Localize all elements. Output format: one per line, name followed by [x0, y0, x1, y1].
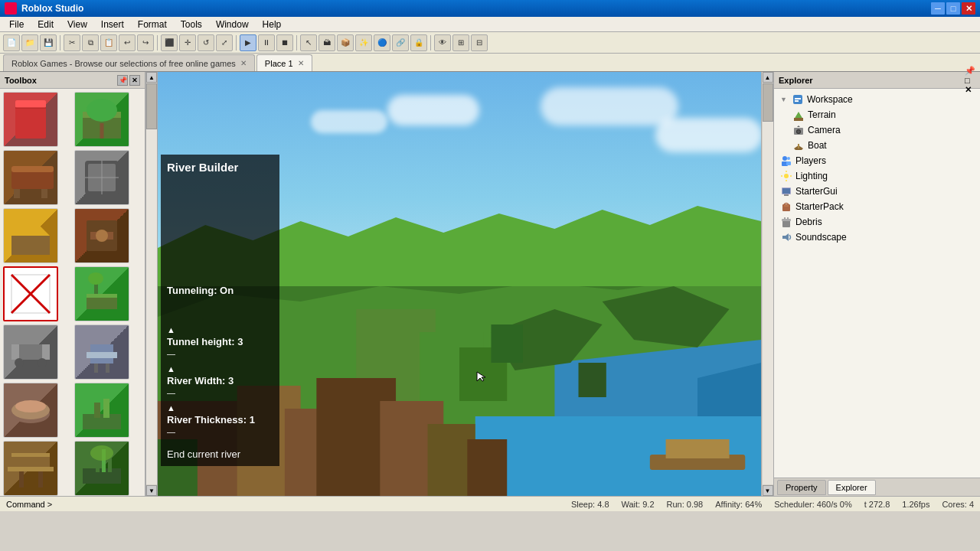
toolbar-rotate[interactable]: ↺ — [198, 34, 214, 51]
menu-format[interactable]: Format — [132, 18, 173, 31]
menu-tools[interactable]: Tools — [175, 18, 208, 31]
toolbar-join[interactable]: 🔗 — [392, 34, 409, 51]
svg-rect-24 — [87, 294, 117, 298]
toolbox-item-1[interactable] — [3, 92, 58, 147]
toolbar-pause[interactable]: ⏸ — [258, 34, 275, 51]
toolbar-redo[interactable]: ↪ — [137, 34, 154, 51]
toolbox: Toolbox 📌 ✕ — [0, 72, 145, 496]
toolbar-move[interactable]: ✛ — [179, 34, 196, 51]
viewport-scroll-up[interactable]: ▲ — [763, 72, 773, 83]
toolbox-item-4[interactable] — [74, 150, 129, 205]
scrollbar-up[interactable]: ▲ — [146, 72, 157, 83]
soundscape-label: Soundscape — [795, 232, 847, 243]
svg-rect-86 — [579, 363, 606, 397]
toolbar-cursor[interactable]: ↖ — [300, 34, 317, 51]
explorer-item-players[interactable]: Players — [777, 153, 977, 168]
tab-bar: Roblox Games - Browse our selections of … — [0, 54, 980, 72]
scrollbar-thumb[interactable] — [146, 83, 157, 129]
menu-insert[interactable]: Insert — [95, 18, 130, 31]
toolbar-paste[interactable]: 📋 — [100, 34, 117, 51]
viewport-scroll-track — [763, 83, 773, 484]
river-thickness-row[interactable]: ▲ River Thickness: 1 — — [167, 403, 273, 436]
command-prompt[interactable]: Command > — [6, 500, 52, 509]
toolbar-open[interactable]: 📁 — [21, 34, 38, 51]
viewport-scroll-thumb[interactable] — [763, 83, 773, 122]
explorer-item-lighting[interactable]: Lighting — [777, 168, 977, 184]
workspace-label: Workspace — [807, 94, 853, 105]
toolbox-item-14[interactable] — [74, 441, 129, 496]
toolbar-play[interactable]: ▶ — [240, 34, 256, 51]
maximize-button[interactable]: □ — [946, 2, 960, 15]
toolbox-item-2[interactable] — [74, 92, 129, 147]
toolbar-scale[interactable]: ⤢ — [216, 34, 233, 51]
toolbox-item-11[interactable] — [3, 383, 58, 438]
menu-view[interactable]: View — [61, 18, 93, 31]
explorer-item-terrain[interactable]: Terrain — [777, 107, 977, 122]
minimize-button[interactable]: ─ — [931, 2, 945, 15]
toolbox-item-7[interactable] — [3, 266, 58, 321]
river-width-row[interactable]: ▲ River Width: 3 — — [167, 364, 273, 397]
tab-place1[interactable]: Place 1 ✕ — [256, 54, 312, 71]
tab-explorer[interactable]: Explorer — [828, 480, 876, 495]
toolbox-item-5[interactable] — [3, 208, 58, 263]
end-river-button[interactable]: End current river — [167, 448, 273, 460]
menu-file[interactable]: File — [3, 18, 30, 31]
toolbox-item-12[interactable] — [74, 383, 129, 438]
toolbox-item-3[interactable] — [3, 150, 58, 205]
scrollbar-down[interactable]: ▼ — [146, 485, 157, 496]
app-icon — [5, 2, 17, 15]
toolbox-item-9[interactable] — [3, 324, 58, 380]
explorer-item-camera[interactable]: Camera — [777, 122, 977, 138]
toolbox-title: Toolbox — [5, 76, 37, 85]
explorer-item-starterpack[interactable]: StarterPack — [777, 199, 977, 214]
boat-icon — [792, 139, 805, 152]
toolbar-save[interactable]: 💾 — [40, 34, 57, 51]
close-button[interactable]: ✕ — [962, 2, 975, 15]
toolbar-effect[interactable]: ✨ — [355, 34, 372, 51]
tab-games[interactable]: Roblox Games - Browse our selections of … — [3, 54, 255, 71]
toolbar-view3d[interactable]: 👁 — [434, 34, 451, 51]
explorer-maximize[interactable]: □ — [965, 76, 975, 85]
toolbar-lock[interactable]: 🔒 — [410, 34, 427, 51]
toolbar-select[interactable]: ⬛ — [161, 34, 178, 51]
toolbar-copy[interactable]: ⧉ — [82, 34, 99, 51]
toolbar-undo[interactable]: ↩ — [119, 34, 136, 51]
explorer-item-workspace[interactable]: ▼ Workspace — [777, 92, 977, 107]
viewport-scroll-down[interactable]: ▼ — [763, 485, 773, 496]
tab-games-close[interactable]: ✕ — [240, 59, 247, 67]
toolbar-grid[interactable]: ⊟ — [471, 34, 488, 51]
toolbox-item-8[interactable] — [74, 266, 129, 321]
camera-icon — [792, 124, 805, 136]
toolbar-snap[interactable]: ⊞ — [452, 34, 469, 51]
toolbox-item-6[interactable] — [74, 208, 129, 263]
status-cores: Cores: 4 — [942, 500, 974, 509]
toolbox-item-10[interactable] — [74, 324, 129, 380]
toolbar-cut[interactable]: ✂ — [64, 34, 80, 51]
explorer-item-debris[interactable]: Debris — [777, 214, 977, 230]
toolbar-model[interactable]: 📦 — [337, 34, 354, 51]
viewport[interactable]: River Builder Tunneling: On ▲ Tunnel hei… — [158, 72, 761, 496]
toolbar-stop[interactable]: ⏹ — [276, 34, 293, 51]
explorer-pin[interactable]: 📌 — [965, 66, 975, 76]
menu-edit[interactable]: Edit — [31, 18, 60, 31]
toolbar-new[interactable]: 📄 — [3, 34, 20, 51]
toolbox-item-13[interactable] — [3, 441, 58, 496]
viewport-scrollbar[interactable]: ▲ ▼ — [761, 72, 773, 496]
tab-property[interactable]: Property — [777, 480, 826, 495]
toolbox-scrollbar[interactable]: ▲ ▼ — [145, 72, 158, 496]
tab-place1-close[interactable]: ✕ — [298, 59, 304, 67]
river-builder-panel: River Builder Tunneling: On ▲ Tunnel hei… — [161, 155, 279, 466]
explorer-item-boat[interactable]: Boat — [777, 138, 977, 153]
explorer-item-startergui[interactable]: StarterGui — [777, 184, 977, 199]
toolbar-terrain[interactable]: 🏔 — [318, 34, 335, 51]
svg-rect-98 — [798, 144, 799, 148]
menu-help[interactable]: Help — [256, 18, 288, 31]
toolbar: 📄 📁 💾 ✂ ⧉ 📋 ↩ ↪ ⬛ ✛ ↺ ⤢ ▶ ⏸ ⏹ ↖ 🏔 📦 ✨ 🔵 … — [0, 32, 980, 54]
tunnel-height-row[interactable]: ▲ Tunnel height: 3 — — [167, 325, 273, 358]
toolbar-part[interactable]: 🔵 — [374, 34, 390, 51]
toolbox-pin[interactable]: 📌 — [117, 75, 128, 86]
tunnel-height-label: Tunnel height: 3 — [167, 336, 273, 347]
toolbox-close[interactable]: ✕ — [129, 75, 140, 86]
menu-window[interactable]: Window — [210, 18, 255, 31]
explorer-item-soundscape[interactable]: Soundscape — [777, 230, 977, 245]
